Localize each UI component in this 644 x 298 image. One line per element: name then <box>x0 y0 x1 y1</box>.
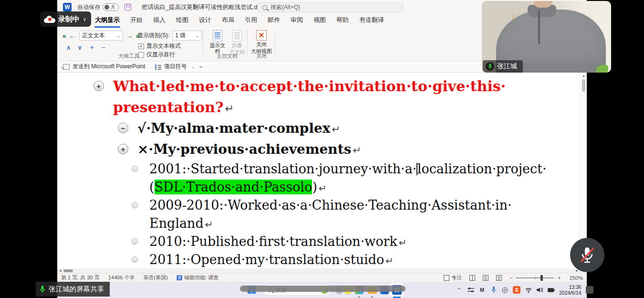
paragraph-return-mark: ↵ <box>319 182 327 194</box>
move-down-icon[interactable]: ∨ <box>74 44 86 51</box>
speaker-icon[interactable] <box>536 287 543 294</box>
autosave-label: 自动保存 <box>77 3 100 11</box>
screen-share-label: 张江城的屏幕共享 <box>36 282 110 297</box>
outline-text: presentation?↵ <box>113 99 234 116</box>
tab-youdao-translate[interactable]: 有道翻译 <box>354 14 389 28</box>
outline-line: 2009-2010:·Worked·as·a·Chinese·Teaching·… <box>57 196 580 214</box>
sogou-input-icon[interactable]: S <box>513 286 520 294</box>
microphone-muted-icon <box>579 245 595 265</box>
zoom-percentage[interactable]: 250% <box>570 275 583 281</box>
group-separator <box>247 31 248 53</box>
chevron-down-icon[interactable]: ⌄ <box>191 64 195 69</box>
outline-level-value: 正文文本 <box>82 32 105 40</box>
outline-expand-icon[interactable]: + <box>93 81 104 91</box>
customize-toolbar-icon[interactable]: ≂ <box>199 64 203 69</box>
tab-outline-view[interactable]: 大纲显示 <box>90 14 125 28</box>
outline-line: −√·My·alma·mater·complex↵ <box>57 117 580 138</box>
network-app-icon[interactable] <box>501 287 509 294</box>
bullets-button[interactable]: 项目符号 <box>164 63 187 71</box>
page-indicator[interactable]: 第 1 页, 共 30 页 <box>61 274 100 281</box>
tab-design[interactable]: 设计 <box>194 14 217 28</box>
web-layout-icon[interactable] <box>496 275 502 281</box>
highlighted-text: SDL·Trados·and·Passolo <box>155 180 312 194</box>
media-app-icon[interactable]: M <box>478 287 486 294</box>
tab-insert[interactable]: 插入 <box>148 14 171 28</box>
paragraph-return-mark: ↵ <box>205 219 213 230</box>
tray-clock[interactable]: 13:36 2024/6/14 <box>559 284 582 296</box>
microphone-on-icon <box>486 62 494 71</box>
autosave-control[interactable]: 自动保存 关 <box>77 3 119 11</box>
move-up-icon[interactable]: ∧ <box>63 44 74 51</box>
battery-icon[interactable] <box>548 287 555 294</box>
group-label-close: 关闭 <box>250 53 273 60</box>
wifi-icon[interactable] <box>525 287 532 294</box>
recording-badge[interactable]: 录制中 ∨ <box>40 11 91 27</box>
outline-level-select[interactable]: 正文文本 ⌄ <box>79 31 123 41</box>
participant-name: 张江城 <box>497 62 517 71</box>
read-mode-icon[interactable] <box>469 275 475 281</box>
demote-icon[interactable]: → <box>125 32 135 40</box>
collapse-icon[interactable]: − <box>98 44 109 51</box>
tab-mailings[interactable]: 邮件 <box>262 14 285 28</box>
tab-help[interactable]: 帮助 <box>331 14 354 28</box>
tab-references[interactable]: 引用 <box>239 14 262 28</box>
tab-layout[interactable]: 布局 <box>217 14 239 28</box>
zoom-slider-thumb[interactable] <box>540 275 543 281</box>
horizontal-scroll-thumb[interactable] <box>63 269 73 272</box>
scroll-left-icon[interactable]: ◄ <box>59 269 62 272</box>
tab-home[interactable]: 开始 <box>125 14 148 28</box>
outline-body-bullet-icon <box>132 166 138 172</box>
save-icon[interactable] <box>125 4 131 11</box>
promote-icon[interactable]: ← <box>68 32 77 40</box>
tab-view[interactable]: 视图 <box>308 14 331 28</box>
microphone-tray-icon[interactable] <box>490 287 497 294</box>
outline-line: 2001:·Started·translation·journey·with·a… <box>57 160 580 178</box>
promote-to-heading1-icon[interactable]: « <box>61 32 68 40</box>
outline-text: 2011:·Opened·my·translation·stuido↵ <box>149 252 394 267</box>
zoom-slider[interactable] <box>516 277 554 278</box>
jacket-zipper <box>538 11 540 44</box>
tab-review[interactable]: 审阅 <box>285 14 308 28</box>
search-input[interactable]: 搜索(Alt+Q) <box>258 2 403 12</box>
show-document-button[interactable]: 显示文档 <box>208 30 228 54</box>
tab-draw[interactable]: 绘图 <box>171 14 194 28</box>
outline-line: 2010:·Published·first·translation·work↵ <box>57 232 580 250</box>
outline-expand-icon[interactable]: − <box>118 123 128 133</box>
horizontal-scrollbar[interactable]: ◄ ► <box>57 268 587 273</box>
outline-expand-icon[interactable]: + <box>118 144 128 154</box>
participant-video[interactable]: 张江城 <box>482 1 611 73</box>
ime-indicator-icon[interactable] <box>586 286 593 294</box>
send-to-powerpoint-button[interactable]: 发送到 Microsoft PowerPoint <box>73 63 145 71</box>
outline-line: +What·led·me·to·accept·the·invitation·to… <box>57 75 580 96</box>
show-level-select[interactable]: 1 级 ⌄ <box>172 31 202 41</box>
zoom-out-button[interactable]: − <box>509 275 512 281</box>
recording-label: 录制中 <box>58 15 80 24</box>
document-canvas[interactable]: +What·led·me·to·accept·the·invitation·to… <box>57 73 580 268</box>
checkbox-checked-icon: ✓ <box>138 43 144 49</box>
settings-sliders-icon[interactable] <box>467 287 474 294</box>
print-layout-icon[interactable] <box>483 275 488 281</box>
participant-name-tag: 张江城 <box>483 60 523 73</box>
conference-stage: W 自动保存 关 把话说白_提高汉英翻译可读性的粗浅尝试.docx • 已保存到… <box>0 0 644 298</box>
word-count[interactable]: 14406 个字 <box>108 274 135 281</box>
meeting-toolbar-collapsed[interactable] <box>240 286 405 292</box>
vertical-scroll-thumb[interactable] <box>582 79 585 92</box>
zoom-in-button[interactable]: ＋ <box>557 274 562 281</box>
close-outline-view-button[interactable]: ✕ 关闭 大纲视图 <box>250 30 273 54</box>
autosave-toggle[interactable]: 关 <box>103 3 119 11</box>
expand-icon[interactable]: ＋ <box>85 43 98 52</box>
outline-content: +What·led·me·to·accept·the·invitation·to… <box>57 75 580 268</box>
outline-body-bullet-icon <box>132 202 138 208</box>
collapse-label-1: 折叠 <box>232 43 242 48</box>
focus-mode-button[interactable]: 专注 <box>444 274 462 281</box>
show-text-formatting-checkbox[interactable]: ✓ 显示文本格式 <box>138 42 181 50</box>
scroll-up-icon[interactable]: ▲ <box>582 74 585 77</box>
hidden-icons-chevron[interactable]: ⌃ <box>456 287 463 294</box>
mute-microphone-button[interactable] <box>570 238 604 272</box>
focus-icon <box>444 275 449 281</box>
search-icon <box>262 5 267 10</box>
accessibility-status[interactable]: ♿ 辅助功能: 调查 <box>177 274 219 281</box>
open-app-indicator <box>371 296 373 298</box>
paragraph-return-mark: ↵ <box>385 255 394 266</box>
language-indicator[interactable]: 英语(美国) <box>143 274 167 281</box>
